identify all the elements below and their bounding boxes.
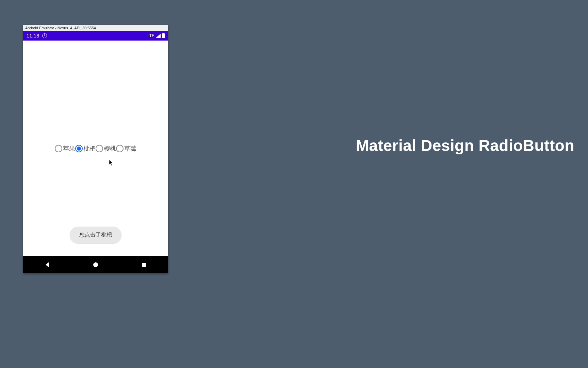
app-content: 苹果 枇杷 樱桃 草莓 您点击了枇杷 — [23, 41, 168, 256]
radio-option-strawberry[interactable]: 草莓 — [116, 144, 136, 153]
radio-icon — [75, 145, 83, 152]
nav-recent-button[interactable] — [134, 262, 154, 268]
radio-option-loquat[interactable]: 枇杷 — [75, 144, 96, 153]
signal-icon — [156, 34, 161, 38]
toast: 您点击了枇杷 — [70, 227, 121, 243]
emulator-titlebar: Android Emulator - Nexus_4_API_30:5554 — [23, 25, 168, 31]
toast-text: 您点击了枇杷 — [79, 232, 112, 237]
nav-bar — [23, 256, 168, 273]
radio-option-cherry[interactable]: 樱桃 — [96, 144, 116, 153]
cursor-icon — [109, 160, 114, 167]
battery-icon — [162, 33, 165, 38]
device-screen: 11:18 LTE 苹果 枇杷 — [23, 31, 168, 273]
radio-option-apple[interactable]: 苹果 — [55, 144, 75, 153]
radio-label: 苹果 — [63, 144, 75, 153]
nav-back-button[interactable] — [37, 262, 58, 268]
radio-label: 草莓 — [124, 144, 136, 153]
radio-group: 苹果 枇杷 樱桃 草莓 — [55, 144, 136, 153]
slide-title: Material Design RadioButton — [356, 136, 574, 155]
emulator-title: Android Emulator - Nexus_4_API_30:5554 — [25, 26, 96, 30]
nav-home-button[interactable] — [85, 262, 106, 268]
radio-label: 枇杷 — [83, 144, 96, 153]
radio-icon — [96, 145, 103, 152]
radio-icon — [116, 145, 124, 152]
slide-title-text: Material Design RadioButton — [356, 137, 574, 154]
debug-icon — [42, 33, 47, 38]
clock-text: 11:18 — [27, 33, 39, 39]
network-label: LTE — [147, 33, 154, 38]
radio-label: 樱桃 — [104, 144, 116, 153]
svg-point-1 — [93, 262, 98, 267]
status-bar: 11:18 LTE — [23, 31, 168, 41]
radio-icon — [55, 145, 62, 152]
emulator-window: Android Emulator - Nexus_4_API_30:5554 1… — [23, 25, 168, 273]
svg-rect-2 — [142, 263, 146, 267]
